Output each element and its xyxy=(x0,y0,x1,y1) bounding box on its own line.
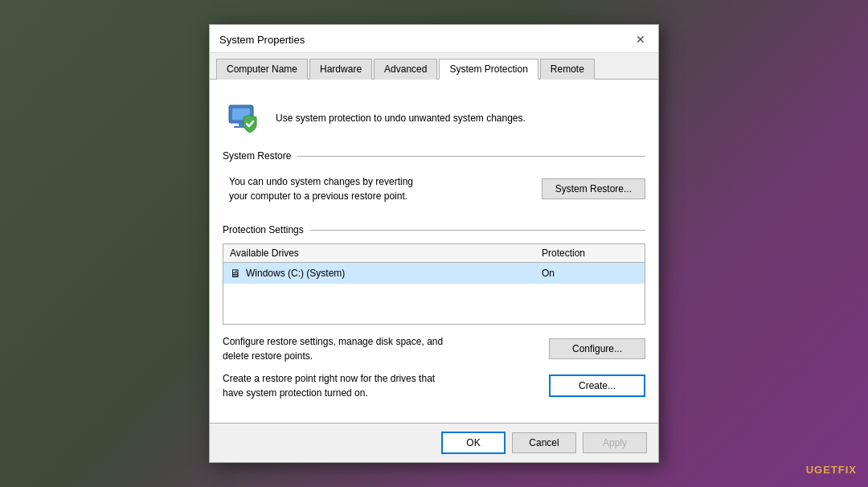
bottom-bar: OK Cancel Apply xyxy=(210,423,658,462)
cancel-button[interactable]: Cancel xyxy=(512,432,576,453)
protection-settings-label: Protection Settings xyxy=(223,224,304,235)
drive-name: Windows (C:) (System) xyxy=(246,268,542,279)
apply-button[interactable]: Apply xyxy=(583,432,647,453)
create-row: Create a restore point right now for the… xyxy=(223,371,645,400)
drives-table-header: Available Drives Protection xyxy=(223,244,645,263)
windows-drive-icon: 🖥 xyxy=(230,267,241,280)
drives-table: Available Drives Protection 🖥 Windows (C… xyxy=(223,244,645,325)
shield-icon xyxy=(226,99,264,137)
watermark-highlight: GET xyxy=(814,464,838,476)
header-text: Use system protection to undo unwanted s… xyxy=(276,111,526,125)
system-properties-dialog: System Properties ✕ Computer Name Hardwa… xyxy=(209,24,659,463)
system-restore-label: System Restore xyxy=(223,150,291,162)
dialog-title: System Properties xyxy=(219,34,305,46)
tab-bar: Computer Name Hardware Advanced System P… xyxy=(210,53,658,80)
system-restore-section: System Restore You can undo system chang… xyxy=(223,150,645,211)
tab-system-protection[interactable]: System Protection xyxy=(439,59,538,80)
col-protection: Protection xyxy=(542,248,638,259)
drive-status: On xyxy=(542,268,638,279)
tab-content: Use system protection to undo unwanted s… xyxy=(210,80,658,423)
configure-description: Configure restore settings, manage disk … xyxy=(223,334,443,363)
col-drives: Available Drives xyxy=(230,248,542,259)
ok-button[interactable]: OK xyxy=(441,432,506,454)
create-button[interactable]: Create... xyxy=(549,374,645,397)
configure-row: Configure restore settings, manage disk … xyxy=(223,334,645,363)
tab-remote[interactable]: Remote xyxy=(540,59,595,80)
system-restore-divider: System Restore xyxy=(223,150,645,162)
protection-settings-section: Protection Settings Available Drives Pro… xyxy=(223,224,645,400)
svg-rect-2 xyxy=(239,123,244,126)
divider-line-2 xyxy=(310,230,645,231)
protection-settings-divider: Protection Settings xyxy=(223,224,645,235)
create-description: Create a restore point right now for the… xyxy=(223,371,435,400)
tab-hardware[interactable]: Hardware xyxy=(309,59,372,80)
drives-empty-space xyxy=(223,284,645,324)
table-row[interactable]: 🖥 Windows (C:) (System) On xyxy=(223,263,645,284)
system-restore-button[interactable]: System Restore... xyxy=(542,178,645,199)
title-bar: System Properties ✕ xyxy=(210,25,658,53)
watermark: UGETFIX xyxy=(806,464,857,476)
tab-computer-name[interactable]: Computer Name xyxy=(216,59,308,80)
restore-row: You can undo system changes by reverting… xyxy=(223,170,645,211)
header-section: Use system protection to undo unwanted s… xyxy=(223,92,645,150)
watermark-suffix: FIX xyxy=(838,464,857,476)
watermark-prefix: U xyxy=(806,464,814,476)
close-button[interactable]: ✕ xyxy=(633,31,649,47)
divider-line xyxy=(297,156,645,157)
configure-button[interactable]: Configure... xyxy=(549,338,645,359)
restore-description: You can undo system changes by reverting… xyxy=(229,174,413,203)
tab-advanced[interactable]: Advanced xyxy=(374,59,437,80)
